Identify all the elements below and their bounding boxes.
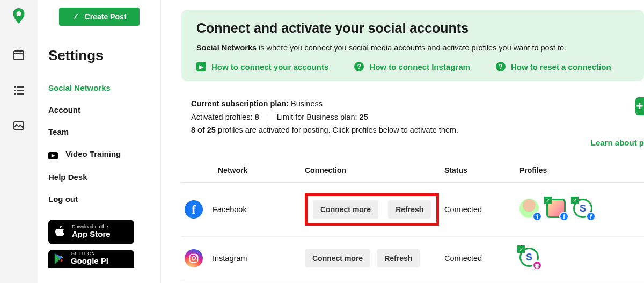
check-icon: ✓ (571, 197, 579, 204)
svg-rect-2 (17, 86, 24, 88)
facebook-badge-icon: f (586, 212, 596, 221)
plan-line-3: 8 of 25 profiles are activated for posti… (191, 124, 458, 137)
facebook-icon: f (185, 200, 203, 219)
col-connection: Connection (305, 159, 444, 183)
instagram-badge-icon: ◉ (532, 260, 542, 270)
sidebar-item-log-out[interactable]: Log out (48, 188, 150, 210)
networks-table: Network Connection Status Profiles f Fac… (181, 159, 644, 283)
play-icon: ▶ (196, 62, 206, 71)
col-network: Network (181, 159, 305, 183)
banner-lead: Social Networks is where you connect you… (196, 43, 629, 52)
media-icon[interactable] (12, 119, 25, 132)
svg-rect-0 (14, 51, 24, 60)
help-link-label: How to connect Instagram (369, 62, 470, 71)
table-row-google: Google (181, 280, 644, 284)
plan-name: Business (291, 99, 323, 108)
appstore-bottom: App Store (72, 230, 111, 239)
sidebar-item-video-training[interactable]: ▶ Video Training (48, 143, 150, 166)
sidebar-item-help-desk[interactable]: Help Desk (48, 166, 150, 188)
col-status: Status (444, 159, 519, 183)
google-play-icon (54, 252, 65, 265)
svg-rect-1 (14, 86, 16, 88)
network-name: Facebook (213, 205, 247, 214)
facebook-badge-icon: f (559, 212, 569, 221)
help-link-connect-accounts[interactable]: ▶ How to connect your accounts (196, 62, 328, 71)
plan-line-2: Activated profiles: 8 Limit for Business… (191, 111, 458, 124)
separator (268, 114, 268, 121)
activated-count: 8 (254, 113, 259, 121)
plan-footer-bold: 8 of 25 (191, 126, 216, 134)
add-button[interactable]: + (635, 97, 644, 115)
banner-lead-rest: is where you connect you social media ac… (257, 43, 566, 52)
sidebar-item-label: Team (48, 127, 69, 136)
app-store-badge[interactable]: Download on the App Store (48, 220, 134, 244)
sidebar-item-label: Help Desk (48, 172, 87, 182)
refresh-button[interactable]: Refresh (388, 200, 431, 219)
svg-point-9 (192, 257, 196, 260)
sidebar-item-label: Video Training (65, 149, 121, 158)
help-link-connect-instagram[interactable]: ? How to connect Instagram (354, 62, 470, 71)
sidebar-item-label: Log out (48, 194, 78, 204)
check-icon: ✓ (544, 197, 552, 204)
plan-summary: Current subscription plan: Business Acti… (181, 81, 644, 148)
sidebar-title: Settings (48, 47, 150, 64)
refresh-button[interactable]: Refresh (377, 249, 420, 267)
plan-line-1: Current subscription plan: Business (191, 97, 458, 111)
create-post-button[interactable]: Create Post (59, 8, 140, 26)
col-profiles: Profiles (519, 159, 644, 183)
brand-logo[interactable] (9, 6, 28, 26)
plan-footer-rest: profiles are activated for posting. Clic… (216, 126, 458, 134)
sidebar-item-social-networks[interactable]: Social Networks (48, 77, 150, 99)
plan-label: Current subscription plan: (191, 99, 289, 108)
check-icon: ✓ (517, 245, 525, 253)
profile-avatar[interactable]: ✓ S f (573, 199, 595, 220)
learn-about-plans-link[interactable]: Learn about p (591, 138, 644, 147)
sidebar-item-account[interactable]: Account (48, 99, 150, 121)
main-content: Connect and activate your social account… (161, 0, 644, 283)
profiles-cell: ✓ S ◉ (519, 248, 644, 269)
apple-icon (54, 224, 67, 240)
google-play-badge[interactable]: GET IT ON Google Pl (48, 250, 134, 268)
play-top: GET IT ON (71, 251, 108, 257)
appstore-top: Download on the (72, 224, 111, 230)
connect-more-button[interactable]: Connect more (305, 249, 370, 267)
table-row-facebook: f Facebook Connect more Refresh Connecte… (181, 183, 644, 237)
limit-label: Limit for Business plan: (277, 113, 357, 121)
banner-lead-bold: Social Networks (196, 43, 257, 52)
help-link-label: How to connect your accounts (211, 62, 328, 71)
list-icon[interactable] (12, 84, 25, 97)
table-row-instagram: Instagram Connect more Refresh Connected (181, 237, 644, 280)
icon-rail (0, 0, 38, 283)
highlight-box: Connect more Refresh (305, 193, 439, 226)
sidebar-item-label: Account (48, 105, 80, 114)
create-post-label: Create Post (85, 12, 127, 21)
sidebar-item-label: Social Networks (48, 83, 111, 92)
limit-count: 25 (360, 113, 368, 121)
profile-avatar[interactable]: ✓ S ◉ (519, 248, 541, 269)
store-badges: Download on the App Store GET IT ON Goog… (48, 220, 150, 268)
status-cell: Connected (444, 183, 519, 237)
help-links-row: ▶ How to connect your accounts ? How to … (196, 62, 629, 71)
play-bottom: Google Pl (71, 257, 108, 266)
youtube-icon: ▶ (48, 152, 58, 159)
sidebar-item-team[interactable]: Team (48, 121, 150, 143)
calendar-icon[interactable] (12, 48, 25, 61)
network-name: Instagram (213, 254, 247, 263)
feather-icon (72, 12, 80, 21)
profile-avatar[interactable]: ✓ f (546, 199, 568, 220)
svg-rect-5 (14, 93, 16, 95)
help-link-label: How to reset a connection (511, 62, 611, 71)
question-icon: ? (354, 62, 364, 71)
svg-rect-4 (17, 90, 24, 91)
svg-rect-3 (14, 90, 16, 91)
svg-rect-6 (17, 93, 24, 95)
activated-label: Activated profiles: (191, 113, 252, 121)
instagram-icon (185, 249, 203, 267)
profiles-cell: f ✓ f ✓ S f (519, 199, 644, 220)
facebook-badge-icon: f (532, 212, 542, 221)
profile-avatar[interactable]: f (519, 199, 541, 220)
help-link-reset-connection[interactable]: ? How to reset a connection (496, 62, 611, 71)
status-cell: Connected (444, 237, 519, 280)
svg-point-10 (196, 255, 197, 256)
connect-more-button[interactable]: Connect more (313, 200, 378, 219)
